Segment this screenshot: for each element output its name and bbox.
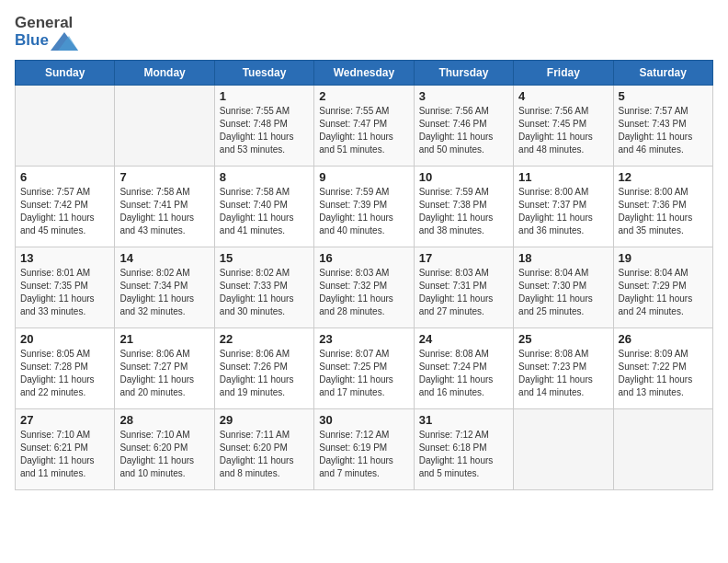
day-number: 13	[20, 251, 109, 265]
calendar-cell: 10 Sunrise: 7:59 AM Sunset: 7:38 PM Dayl…	[414, 166, 513, 247]
calendar-cell: 29 Sunrise: 7:11 AM Sunset: 6:20 PM Dayl…	[214, 408, 313, 489]
calendar-cell: 5 Sunrise: 7:57 AM Sunset: 7:43 PM Dayli…	[613, 85, 712, 166]
cell-content: Sunrise: 8:00 AM Sunset: 7:37 PM Dayligh…	[518, 186, 608, 237]
weekday-header-sunday: Sunday	[16, 60, 115, 85]
calendar-week-row: 20 Sunrise: 8:05 AM Sunset: 7:28 PM Dayl…	[16, 327, 713, 408]
day-number: 17	[419, 251, 508, 265]
calendar-cell: 8 Sunrise: 7:58 AM Sunset: 7:40 PM Dayli…	[214, 166, 313, 247]
day-number: 27	[20, 413, 109, 427]
calendar-cell: 20 Sunrise: 8:05 AM Sunset: 7:28 PM Dayl…	[16, 327, 115, 408]
day-number: 12	[619, 170, 708, 184]
day-number: 15	[220, 251, 309, 265]
day-number: 1	[220, 89, 309, 103]
day-number: 10	[419, 170, 508, 184]
calendar-week-row: 13 Sunrise: 8:01 AM Sunset: 7:35 PM Dayl…	[16, 247, 713, 327]
cell-content: Sunrise: 8:06 AM Sunset: 7:27 PM Dayligh…	[119, 348, 209, 399]
logo-general-text: General	[15, 15, 73, 32]
calendar-cell: 9 Sunrise: 7:59 AM Sunset: 7:39 PM Dayli…	[314, 166, 414, 247]
calendar-cell: 15 Sunrise: 8:02 AM Sunset: 7:33 PM Dayl…	[214, 247, 313, 327]
calendar-cell: 7 Sunrise: 7:58 AM Sunset: 7:41 PM Dayli…	[115, 166, 214, 247]
day-number: 8	[220, 170, 309, 184]
day-number: 23	[319, 332, 408, 346]
day-number: 4	[518, 89, 608, 103]
cell-content: Sunrise: 7:12 AM Sunset: 6:19 PM Dayligh…	[319, 429, 408, 480]
day-number: 20	[20, 332, 109, 346]
day-number: 16	[319, 251, 408, 265]
logo: General Blue	[15, 15, 78, 51]
cell-content: Sunrise: 8:03 AM Sunset: 7:31 PM Dayligh…	[419, 267, 508, 318]
cell-content: Sunrise: 7:56 AM Sunset: 7:46 PM Dayligh…	[419, 105, 508, 156]
calendar-cell: 11 Sunrise: 8:00 AM Sunset: 7:37 PM Dayl…	[514, 166, 613, 247]
cell-content: Sunrise: 7:11 AM Sunset: 6:20 PM Dayligh…	[220, 429, 309, 480]
day-number: 24	[419, 332, 508, 346]
cell-content: Sunrise: 7:57 AM Sunset: 7:42 PM Dayligh…	[20, 186, 109, 237]
calendar-cell: 23 Sunrise: 8:07 AM Sunset: 7:25 PM Dayl…	[314, 327, 414, 408]
calendar-cell	[613, 408, 712, 489]
calendar-cell: 1 Sunrise: 7:55 AM Sunset: 7:48 PM Dayli…	[214, 85, 313, 166]
calendar-cell: 27 Sunrise: 7:10 AM Sunset: 6:21 PM Dayl…	[16, 408, 115, 489]
calendar-cell: 18 Sunrise: 8:04 AM Sunset: 7:30 PM Dayl…	[514, 247, 613, 327]
cell-content: Sunrise: 8:06 AM Sunset: 7:26 PM Dayligh…	[220, 348, 309, 399]
calendar-cell: 16 Sunrise: 8:03 AM Sunset: 7:32 PM Dayl…	[314, 247, 414, 327]
cell-content: Sunrise: 8:05 AM Sunset: 7:28 PM Dayligh…	[20, 348, 109, 399]
calendar-cell: 26 Sunrise: 8:09 AM Sunset: 7:22 PM Dayl…	[613, 327, 712, 408]
weekday-header-friday: Friday	[514, 60, 613, 85]
cell-content: Sunrise: 7:59 AM Sunset: 7:39 PM Dayligh…	[319, 186, 408, 237]
calendar-cell: 31 Sunrise: 7:12 AM Sunset: 6:18 PM Dayl…	[414, 408, 513, 489]
weekday-header-tuesday: Tuesday	[214, 60, 313, 85]
cell-content: Sunrise: 7:10 AM Sunset: 6:20 PM Dayligh…	[119, 429, 209, 480]
cell-content: Sunrise: 7:10 AM Sunset: 6:21 PM Dayligh…	[20, 429, 109, 480]
cell-content: Sunrise: 7:55 AM Sunset: 7:47 PM Dayligh…	[319, 105, 408, 156]
calendar-cell: 4 Sunrise: 7:56 AM Sunset: 7:45 PM Dayli…	[514, 85, 613, 166]
cell-content: Sunrise: 7:57 AM Sunset: 7:43 PM Dayligh…	[619, 105, 708, 156]
calendar-cell: 21 Sunrise: 8:06 AM Sunset: 7:27 PM Dayl…	[115, 327, 214, 408]
calendar-cell: 22 Sunrise: 8:06 AM Sunset: 7:26 PM Dayl…	[214, 327, 313, 408]
calendar-week-row: 27 Sunrise: 7:10 AM Sunset: 6:21 PM Dayl…	[16, 408, 713, 489]
calendar-cell	[514, 408, 613, 489]
cell-content: Sunrise: 7:56 AM Sunset: 7:45 PM Dayligh…	[518, 105, 608, 156]
calendar-cell: 24 Sunrise: 8:08 AM Sunset: 7:24 PM Dayl…	[414, 327, 513, 408]
cell-content: Sunrise: 8:03 AM Sunset: 7:32 PM Dayligh…	[319, 267, 408, 318]
calendar-cell	[16, 85, 115, 166]
calendar-cell: 14 Sunrise: 8:02 AM Sunset: 7:34 PM Dayl…	[115, 247, 214, 327]
calendar-table: SundayMondayTuesdayWednesdayThursdayFrid…	[15, 60, 713, 490]
calendar-week-row: 1 Sunrise: 7:55 AM Sunset: 7:48 PM Dayli…	[16, 85, 713, 166]
calendar-cell: 25 Sunrise: 8:08 AM Sunset: 7:23 PM Dayl…	[514, 327, 613, 408]
day-number: 14	[119, 251, 209, 265]
day-number: 22	[220, 332, 309, 346]
cell-content: Sunrise: 8:02 AM Sunset: 7:33 PM Dayligh…	[220, 267, 309, 318]
day-number: 5	[619, 89, 708, 103]
calendar-cell: 30 Sunrise: 7:12 AM Sunset: 6:19 PM Dayl…	[314, 408, 414, 489]
weekday-header-thursday: Thursday	[414, 60, 513, 85]
cell-content: Sunrise: 8:08 AM Sunset: 7:23 PM Dayligh…	[518, 348, 608, 399]
day-number: 6	[20, 170, 109, 184]
logo-icon	[51, 32, 78, 51]
cell-content: Sunrise: 8:08 AM Sunset: 7:24 PM Dayligh…	[419, 348, 508, 399]
page-header: General Blue	[15, 15, 713, 51]
weekday-header-wednesday: Wednesday	[314, 60, 414, 85]
day-number: 26	[619, 332, 708, 346]
calendar-cell: 13 Sunrise: 8:01 AM Sunset: 7:35 PM Dayl…	[16, 247, 115, 327]
day-number: 29	[220, 413, 309, 427]
cell-content: Sunrise: 8:01 AM Sunset: 7:35 PM Dayligh…	[20, 267, 109, 318]
day-number: 31	[419, 413, 508, 427]
day-number: 2	[319, 89, 408, 103]
day-number: 19	[619, 251, 708, 265]
cell-content: Sunrise: 8:07 AM Sunset: 7:25 PM Dayligh…	[319, 348, 408, 399]
cell-content: Sunrise: 8:02 AM Sunset: 7:34 PM Dayligh…	[119, 267, 209, 318]
day-number: 30	[319, 413, 408, 427]
cell-content: Sunrise: 8:00 AM Sunset: 7:36 PM Dayligh…	[619, 186, 708, 237]
cell-content: Sunrise: 7:59 AM Sunset: 7:38 PM Dayligh…	[419, 186, 508, 237]
calendar-cell: 3 Sunrise: 7:56 AM Sunset: 7:46 PM Dayli…	[414, 85, 513, 166]
day-number: 28	[119, 413, 209, 427]
day-number: 11	[518, 170, 608, 184]
calendar-week-row: 6 Sunrise: 7:57 AM Sunset: 7:42 PM Dayli…	[16, 166, 713, 247]
calendar-cell	[115, 85, 214, 166]
calendar-cell: 6 Sunrise: 7:57 AM Sunset: 7:42 PM Dayli…	[16, 166, 115, 247]
cell-content: Sunrise: 8:04 AM Sunset: 7:30 PM Dayligh…	[518, 267, 608, 318]
cell-content: Sunrise: 8:04 AM Sunset: 7:29 PM Dayligh…	[619, 267, 708, 318]
day-number: 18	[518, 251, 608, 265]
calendar-cell: 19 Sunrise: 8:04 AM Sunset: 7:29 PM Dayl…	[613, 247, 712, 327]
day-number: 21	[119, 332, 209, 346]
cell-content: Sunrise: 7:12 AM Sunset: 6:18 PM Dayligh…	[419, 429, 508, 480]
